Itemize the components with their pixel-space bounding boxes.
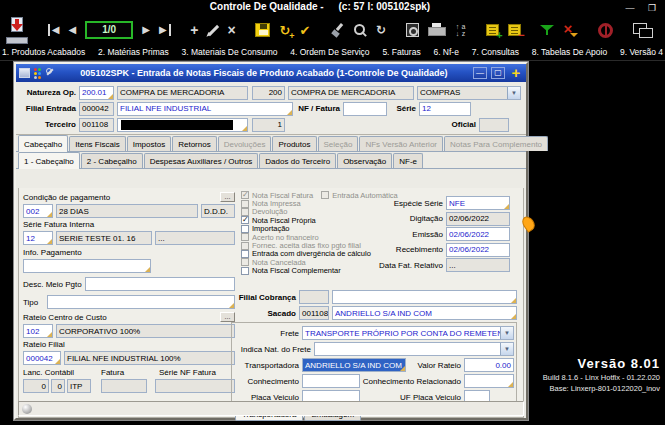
rateio-cc-code-field[interactable]: 102 <box>23 324 53 338</box>
checkbox-nota-fiscal-propria[interactable] <box>241 216 249 224</box>
terceiro-desc-field[interactable] <box>117 118 248 132</box>
window-titlebar[interactable]: 005102SPK - Entrada de Notas Fiscais de … <box>16 64 526 82</box>
add-record-icon[interactable]: + <box>190 23 198 37</box>
app-minimize-button[interactable]: — <box>623 3 637 14</box>
tab-2-cabecalho[interactable]: 2 - Cabeçalho <box>81 153 143 168</box>
frete-dropdown[interactable]: TRANSPORTE PRÓPRIO POR CONTA DO REMETENT… <box>302 326 514 340</box>
checkbox-nota-fiscal-fatura[interactable] <box>241 191 249 199</box>
wrench-icon[interactable] <box>45 68 55 78</box>
especie-serie-field[interactable]: NFE <box>446 196 510 210</box>
tab-itens-fiscais[interactable]: Itens Fiscais <box>69 136 125 151</box>
serie-label: Série <box>387 104 419 113</box>
sort-icon[interactable]: ↑a↓z <box>454 23 466 37</box>
condicao-pagamento-more-button[interactable]: ... <box>220 192 235 202</box>
menu-item-produtos-acabados[interactable]: 1. Produtos Acabados <box>2 46 85 60</box>
delete-record-icon[interactable]: × <box>228 23 236 37</box>
clear-filter-icon[interactable]: × <box>563 23 578 37</box>
refresh-icon[interactable]: ↻ <box>376 23 386 37</box>
menu-item-consultas[interactable]: 7. Consultas <box>472 46 519 60</box>
tab-1-cabecalho[interactable]: 1 - Cabeçalho <box>18 152 80 169</box>
arrow-head <box>11 24 23 37</box>
rateio-cc-desc-field: CORPORATIVO 100% <box>56 324 235 338</box>
last-record-icon[interactable]: ▶ <box>159 24 171 36</box>
emissao-field[interactable]: 02/06/2022 <box>446 227 510 241</box>
screens-icon[interactable] <box>633 23 653 38</box>
confirm-icon[interactable]: ✔ <box>299 23 310 38</box>
valor-rateio-field[interactable]: 0.00 <box>464 358 514 372</box>
menu-item-tabelas-apoio[interactable]: 8. Tabelas De Apoio <box>532 46 607 60</box>
checkbox-entrada-automatica[interactable] <box>321 191 329 199</box>
info-pagamento-field[interactable] <box>23 259 151 273</box>
tab-dados-terceiro[interactable]: Dados do Terceiro <box>259 153 336 168</box>
checkbox-fornec-dias-fixo[interactable] <box>241 242 249 250</box>
checkbox-nota-fiscal-complementar[interactable] <box>241 267 249 275</box>
natureza-tipo-value: COMPRAS <box>420 88 460 97</box>
filter-icon[interactable] <box>540 24 554 36</box>
natureza-tipo-dropdown[interactable]: COMPRAS ▼ <box>417 86 521 100</box>
tab-cabecalho[interactable]: Cabeçalho <box>18 135 68 152</box>
record-counter: 1/0 <box>85 21 133 39</box>
chevron-down-icon[interactable]: ▼ <box>500 343 513 355</box>
serie-field[interactable]: 12 <box>419 102 471 116</box>
system-menu-icon[interactable] <box>19 68 30 78</box>
save-and-new-icon[interactable]: ↻+ <box>279 23 290 38</box>
condicao-code-field[interactable]: 002 <box>23 204 53 218</box>
next-record-icon[interactable]: ▶ <box>142 24 150 36</box>
recebimento-field[interactable]: 02/06/2022 <box>446 243 510 257</box>
print-icon[interactable] <box>428 23 445 37</box>
rateio-filial-code-field[interactable]: 000042 <box>23 351 61 365</box>
serie-fatura-code-field[interactable]: 12 <box>23 231 53 245</box>
checkbox-divergencia-calculo[interactable] <box>241 250 249 258</box>
window-plus-button[interactable]: + <box>509 66 523 80</box>
window-maximize-button[interactable]: ▢ <box>491 67 505 79</box>
preview-icon[interactable] <box>406 23 419 37</box>
menu-item-versao[interactable]: 9. Versão 4 <box>620 46 663 60</box>
tab-impostos[interactable]: Impostos <box>127 136 171 151</box>
menu-item-materiais-consumo[interactable]: 3. Materiais De Consumo <box>182 46 278 60</box>
edit-record-icon[interactable] <box>207 24 218 35</box>
import-record-icon[interactable] <box>6 17 28 44</box>
tab-retornos[interactable]: Retornos <box>172 136 216 151</box>
conhecimento-relacionado-field[interactable] <box>464 374 514 388</box>
save-icon[interactable] <box>255 23 270 37</box>
clear-form-icon[interactable] <box>330 23 344 37</box>
tab-despesas-auxiliares[interactable]: Despesas Auxiliares / Outros <box>144 153 259 168</box>
natureza-op-code-field[interactable]: 200.01 <box>79 86 114 100</box>
filial-desc-field[interactable]: FILIAL NFE INDUSTRIAL <box>117 102 293 116</box>
search-icon[interactable] <box>353 23 367 37</box>
first-record-icon[interactable]: ◀ <box>48 24 60 36</box>
previous-record-icon[interactable]: ◀ <box>68 24 76 36</box>
rateio-filial-desc-field: FILIAL NFE INDUSTRIAL 100% <box>64 351 235 365</box>
checkbox-importacao[interactable] <box>241 225 249 233</box>
add-to-list-icon[interactable]: + <box>486 24 499 36</box>
remove-from-list-icon[interactable]: − <box>508 24 521 36</box>
filial-cobranca-desc-field[interactable] <box>332 290 517 304</box>
tipo-field[interactable] <box>47 295 235 309</box>
transportadora-field[interactable]: ANDRIELLO S/A IND COM <box>302 358 406 372</box>
tools-group: ↻ <box>330 23 386 37</box>
checkbox-nota-cancelada[interactable] <box>241 258 249 266</box>
indica-nat-frete-dropdown[interactable]: ▼ <box>314 342 514 356</box>
entry-window: 005102SPK - Entrada de Notas Fiscais de … <box>14 62 528 420</box>
checkbox-acerto-financeiro[interactable] <box>241 233 249 241</box>
nf-fatura-field[interactable] <box>343 102 387 116</box>
tab-nfe-sub[interactable]: NF-e <box>393 153 423 168</box>
menu-item-nfe[interactable]: 6. Nf-e <box>433 46 459 60</box>
menu-item-ordem-servico[interactable]: 4. Ordem De Serviço <box>290 46 369 60</box>
tab-produtos[interactable]: Produtos <box>272 136 316 151</box>
tab-observacao[interactable]: Observação <box>337 153 392 168</box>
window-minimize-button[interactable]: — <box>473 67 487 79</box>
filial-code-field: 000042 <box>79 102 114 116</box>
tab-notas-para-complemento: Notas Para Complemento <box>444 136 548 151</box>
chevron-down-icon[interactable]: ▼ <box>507 87 520 99</box>
info-pagamento-label: Info. Pagamento <box>23 248 82 257</box>
cancel-exit-icon[interactable] <box>598 23 613 38</box>
chevron-down-icon[interactable]: ▼ <box>500 327 513 339</box>
conhecimento-field[interactable] <box>302 374 360 388</box>
menu-item-faturas[interactable]: 5. Faturas <box>382 46 420 60</box>
menu-item-materias-primas[interactable]: 2. Matérias Primas <box>98 46 169 60</box>
checkbox-nota-impressa[interactable] <box>241 200 249 208</box>
sacado-desc-field[interactable]: ANDRIELLO S/A IND COM <box>332 306 517 320</box>
app-maximize-button[interactable]: ❐ <box>645 3 659 14</box>
desc-meio-pgto-field[interactable] <box>85 277 235 291</box>
